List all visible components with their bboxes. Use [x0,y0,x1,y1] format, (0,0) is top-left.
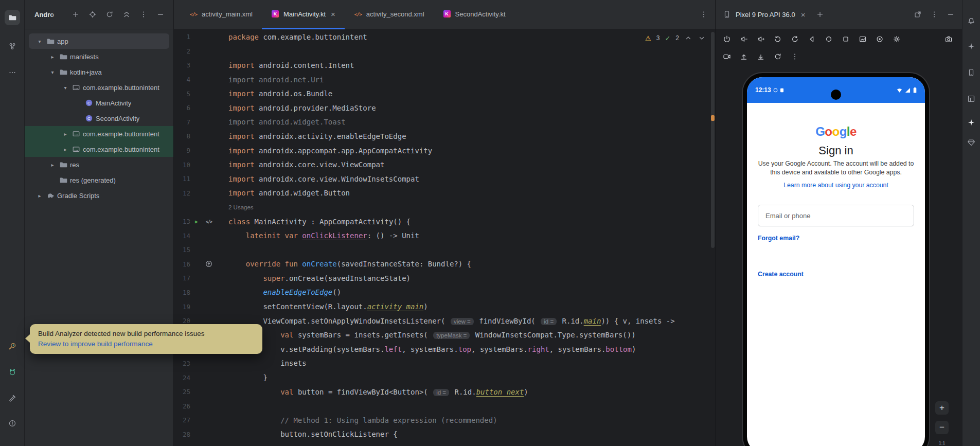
problems-icon[interactable] [5,416,20,431]
code-area[interactable]: 1package com.example.buttonintent23impor… [174,30,715,446]
add-icon[interactable] [72,10,80,19]
video-icon[interactable] [723,52,731,61]
tree-item-label: Gradle Scripts [57,192,99,200]
tree-item-res[interactable]: ▸res [25,157,173,172]
more-icon[interactable] [139,10,148,19]
settings-icon[interactable] [893,35,901,43]
editor-tab-activity-main-xml[interactable]: </>activity_main.xml [180,0,262,29]
class-icon: C [85,99,93,107]
bell-icon[interactable] [964,13,979,29]
tree-item-com-example-buttonintent[interactable]: ▸com.example.buttonintent [25,126,173,141]
google-logo-letter: o [825,124,832,138]
inspections-widget[interactable]: ⚠ 3 ✓ 2 [645,34,706,42]
gem-icon[interactable] [964,135,979,150]
power-icon[interactable] [723,35,731,43]
gradle-icon [46,191,55,200]
build-analyzer-icon[interactable] [5,338,20,354]
warning-count: 3 [656,34,660,42]
previous-issue-icon[interactable] [684,34,692,42]
tree-item-mainactivity[interactable]: CMainActivity [25,95,173,111]
zoom-out-button[interactable]: − [935,421,949,434]
tree-item-com-example-buttonintent[interactable]: ▾com.example.buttonintent [25,80,173,95]
code-line: 26 [174,399,715,413]
device-icon[interactable] [964,65,979,80]
tree-item-secondactivity[interactable]: CSecondActivity [25,111,173,126]
structure-icon[interactable] [5,39,20,54]
code-text: lateinit var onClickListener: () -> Unit [215,231,419,240]
build-icon[interactable] [5,390,20,406]
project-folder-icon[interactable] [5,10,20,25]
collapse-icon[interactable] [122,10,131,19]
line-number: 27 [174,416,190,424]
run-icon[interactable]: ▶ [195,219,198,224]
warning-icon: ⚠ [645,34,651,42]
tree-item-com-example-buttonintent[interactable]: ▸com.example.buttonintent [25,141,173,157]
override-icon[interactable] [205,260,213,268]
device-emulator-screen[interactable]: 12:13 Google Sign in Use your Google Acc… [743,73,929,446]
usages-hint[interactable]: 2 Usages [228,204,254,210]
record-icon[interactable] [876,35,884,43]
camera-icon[interactable] [945,35,953,43]
star-icon[interactable] [964,115,979,130]
package-icon [72,130,80,138]
code-text: ViewCompat.setOnApplyWindowInsetsListene… [215,317,675,325]
home-icon[interactable] [825,35,833,43]
download-icon[interactable] [757,52,765,61]
logcat-icon[interactable] [5,364,20,380]
more-icon[interactable] [930,10,938,19]
restart-icon[interactable] [774,52,782,61]
line-number: 20 [174,317,190,325]
code-line: 2 [174,44,715,59]
tree-item-label: com.example.buttonintent [83,84,159,92]
rotate-left-icon[interactable] [774,35,782,43]
code-text: import androidx.core.view.ViewCompat [215,160,384,169]
open-window-icon[interactable] [914,10,922,19]
upload-icon[interactable] [740,52,748,61]
editor-tab-activity-second-xml[interactable]: </>activity_second.xml [345,0,434,29]
code-line: 13▶</>class MainActivity : AppCompatActi… [174,215,715,229]
more-h-icon[interactable] [5,65,20,80]
locate-icon[interactable] [88,10,97,19]
volume-up-icon[interactable] [757,35,765,43]
zoom-in-button[interactable]: + [935,401,949,415]
email-input[interactable] [758,205,914,226]
overview-icon[interactable] [842,35,850,43]
screenshot-icon[interactable] [859,35,867,43]
editor-tab-secondactivity-kt[interactable]: KSecondActivity.kt [434,0,515,29]
device-tab-title[interactable]: Pixel 9 Pro API 36.0 [736,11,795,19]
editor-tab-mainactivity-kt[interactable]: KMainActivity.kt× [262,0,345,29]
add-tab-icon[interactable] [816,10,824,19]
editor-scrollbar[interactable] [711,32,715,248]
related-xml-icon[interactable]: </> [206,219,212,224]
next-issue-icon[interactable] [698,34,706,42]
more-icon[interactable] [700,10,708,19]
volume-down-icon[interactable] [740,35,748,43]
close-icon[interactable]: × [331,10,335,19]
tree-item-gradle-scripts[interactable]: ▸Gradle Scripts [25,188,173,203]
layout-icon[interactable] [964,91,979,106]
code-text: enableEdgeToEdge() [215,288,341,296]
back-icon[interactable] [808,35,816,43]
svg-text:C: C [87,116,91,121]
tree-item-kotlin-java[interactable]: ▾kotlin+java [25,64,173,80]
learn-more-link[interactable]: Learn more about using your account [747,182,925,189]
project-tree: ▾app▸manifests▾kotlin+java▾com.example.b… [25,29,173,203]
tree-item-manifests[interactable]: ▸manifests [25,49,173,64]
tooltip-review-link[interactable]: Review to improve build performance [38,339,254,349]
hide-icon[interactable] [156,10,165,19]
rotate-right-icon[interactable] [791,35,799,43]
line-number: 8 [174,132,190,140]
tree-item-app[interactable]: ▾app [29,33,169,49]
project-view-selector[interactable]: Andro [34,10,58,19]
code-line: 4import android.net.Uri [174,73,715,87]
more-icon[interactable] [791,52,799,61]
minimize-icon[interactable] [947,10,955,19]
sync-icon[interactable] [105,10,114,19]
forgot-email-link[interactable]: Forgot email? [758,235,799,242]
close-icon[interactable]: × [801,10,806,19]
sparkle-icon[interactable] [964,39,979,54]
line-number: 18 [174,289,190,296]
tree-item-label: com.example.buttonintent [83,130,159,138]
create-account-link[interactable]: Create account [758,271,804,278]
tree-item-res-generated[interactable]: res (generated) [25,172,173,188]
